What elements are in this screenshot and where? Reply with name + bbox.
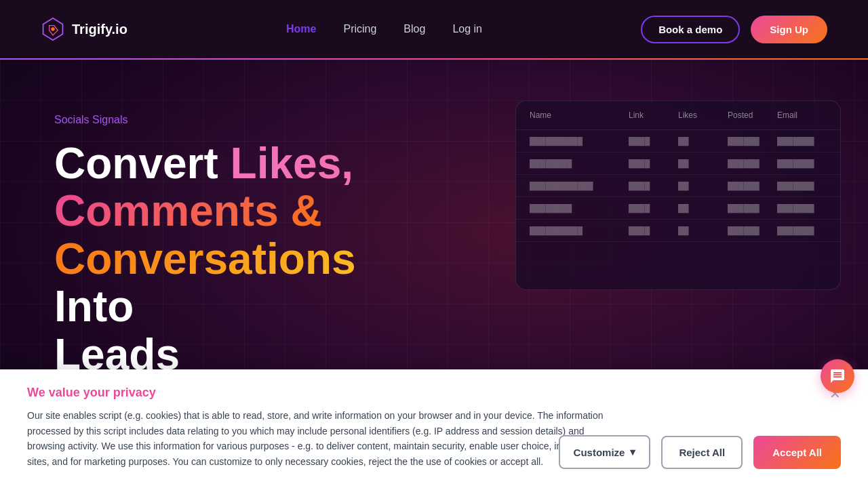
cookie-body: Our site enables script (e.g. cookies) t… xyxy=(27,408,610,469)
navbar: Trigify.io Home Pricing Blog Log in Book… xyxy=(0,0,868,60)
hero-title-comments: Comments & xyxy=(54,186,322,235)
hero-title-likes: Likes, xyxy=(231,139,353,188)
hero-tag: Socials Signals xyxy=(54,114,434,126)
nav-pricing[interactable]: Pricing xyxy=(343,23,376,35)
hero-title-into: Into xyxy=(54,282,134,331)
dashboard-header: Name Link Likes Posted Email xyxy=(516,101,840,130)
hero-content: Socials Signals Convert Likes, Comments … xyxy=(54,114,434,378)
table-row: █████████████████████████████ xyxy=(516,130,840,152)
table-row: ███████████████████████████████ xyxy=(516,175,840,197)
nav-login[interactable]: Log in xyxy=(452,23,482,35)
col-likes: Likes xyxy=(678,110,728,120)
book-demo-button[interactable]: Book a demo xyxy=(641,16,740,43)
nav-home[interactable]: Home xyxy=(286,23,316,35)
logo-text: Trigify.io xyxy=(72,22,127,37)
hero-title-conversations: Conversations xyxy=(54,235,356,283)
chat-icon xyxy=(829,368,846,384)
hero-dashboard: Name Link Likes Posted Email ███████████… xyxy=(515,100,841,290)
hero-title: Convert Likes, Comments & Conversations … xyxy=(54,140,434,378)
chat-bubble-button[interactable] xyxy=(821,359,854,393)
chevron-down-icon: ▾ xyxy=(630,446,635,458)
reject-all-button[interactable]: Reject All xyxy=(661,436,743,469)
customize-button[interactable]: Customize ▾ xyxy=(559,435,651,469)
col-posted: Posted xyxy=(728,110,777,120)
cookie-banner: ✕ We value your privacy Our site enables… xyxy=(0,369,868,488)
svg-point-1 xyxy=(51,27,54,30)
table-row: █████████████████████████████ xyxy=(516,220,840,242)
col-email: Email xyxy=(777,110,827,120)
hero-title-convert: Convert xyxy=(54,139,231,188)
signup-button[interactable]: Sign Up xyxy=(751,16,827,43)
nav-actions: Book a demo Sign Up xyxy=(641,16,827,43)
col-name: Name xyxy=(530,110,629,120)
nav-links: Home Pricing Blog Log in xyxy=(286,23,482,35)
logo-link[interactable]: Trigify.io xyxy=(41,17,127,41)
cookie-actions: Customize ▾ Reject All Accept All xyxy=(559,435,841,469)
cookie-title: We value your privacy xyxy=(27,386,841,400)
col-link: Link xyxy=(629,110,678,120)
table-row: ███████████████████████████ xyxy=(516,197,840,220)
nav-blog[interactable]: Blog xyxy=(403,23,425,35)
logo-icon xyxy=(41,17,65,41)
table-row: ███████████████████████████ xyxy=(516,152,840,175)
accept-all-button[interactable]: Accept All xyxy=(753,436,841,469)
